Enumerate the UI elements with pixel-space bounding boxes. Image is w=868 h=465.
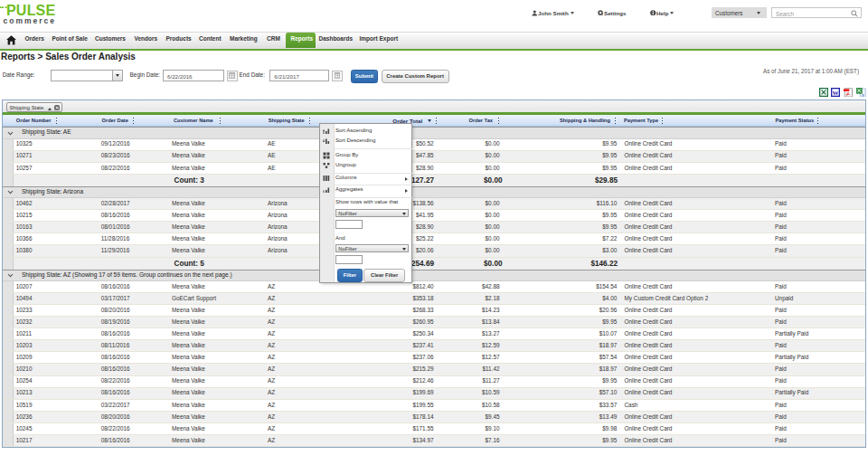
svg-text:W: W: [833, 89, 839, 96]
svg-text:commerce: commerce: [4, 16, 57, 25]
